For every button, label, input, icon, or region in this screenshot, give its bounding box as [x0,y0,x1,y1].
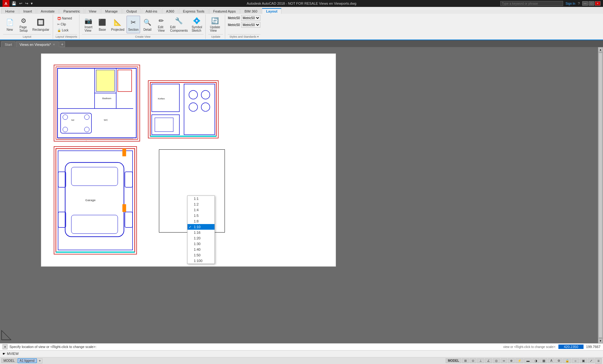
status-otrack[interactable]: ∞ [501,358,507,363]
svg-point-10 [84,127,90,132]
lock-btn[interactable]: 🔒 Lock [56,28,73,33]
edit-view-btn[interactable]: ✏ EditView [155,16,168,33]
scale-option-1-1[interactable]: 1:1 [187,196,215,201]
scale-option-1-2[interactable]: 1:2 [187,201,215,207]
restore-btn[interactable]: □ [589,1,594,6]
search-input[interactable] [500,1,563,6]
status-sel[interactable]: ▦ [540,358,547,363]
tab-express[interactable]: Express Tools [179,8,209,14]
status-isolate[interactable]: ☼ [572,358,579,363]
viewport-2[interactable]: Keflen [148,80,219,138]
status-customize[interactable]: ≡ [595,358,602,364]
tab-start[interactable]: Start [1,41,15,47]
new-layout-btn[interactable]: + [37,358,42,363]
cmd-input-field[interactable] [7,352,133,356]
style-dropdown-2[interactable]: Metric50 Metric50 [228,22,260,28]
new-btn[interactable]: 📄 New [3,16,16,33]
status-workspace[interactable]: ⚙ [555,358,562,363]
tab-parametric[interactable]: Parametric [59,8,84,14]
status-graphics[interactable]: ▣ [580,358,587,363]
scale-option-1-20[interactable]: 1:20 [187,235,215,241]
canvas[interactable]: bd WC Badkam dimension [0,47,603,357]
page-setup-btn[interactable]: ⚙ PageSetup [17,16,30,33]
viewport-1[interactable]: bd WC Badkam dimension [54,65,140,142]
tab-layout[interactable]: Layout [262,8,281,14]
status-transparency[interactable]: ◑ [532,358,540,363]
tab-home[interactable]: Home [1,8,19,14]
projected-btn[interactable]: 📐 Projected [110,16,126,33]
a1-liggend-tab[interactable]: A1 liggend [18,358,37,363]
symbol-sketch-btn[interactable]: 💠 SymbolSketch [190,16,204,33]
scale-option-1-4[interactable]: 1:4 [187,207,215,213]
cmd-close-btn[interactable]: ✕ [3,344,8,349]
update-view-btn[interactable]: 🔄 UpdateView [208,16,221,33]
status-lw[interactable]: ▬ [524,358,532,363]
status-ortho[interactable]: ⊥ [477,358,484,363]
status-anno[interactable]: A [548,358,555,363]
clip-btn[interactable]: ✂ Clip [56,22,73,27]
svg-rect-28 [150,136,216,137]
new-tab-btn[interactable]: + [59,41,65,47]
sign-in-btn[interactable]: Sign In [566,2,575,5]
status-ducs[interactable]: ⊕ [508,358,515,363]
qa-more[interactable]: ▾ [30,1,34,6]
tab-views-viewports[interactable]: Views en Viewports* ✕ [16,41,59,47]
tab-bim360[interactable]: BIM 360 [240,8,261,14]
scroll-down-btn[interactable]: ▼ [598,338,603,343]
tab-addins[interactable]: Add-ins [142,8,161,14]
status-polar[interactable]: ∠ [485,358,492,363]
scale-option-1-30[interactable]: 1:30 [187,241,215,247]
scroll-up-btn[interactable]: ▲ [598,47,603,52]
qa-undo[interactable]: ↩ [18,1,23,6]
projected-icon: 📐 [113,17,123,27]
close-btn[interactable]: ✕ [595,1,600,6]
qa-redo[interactable]: ↪ [24,1,29,6]
scale-option-1-10[interactable]: ✓1:10 [187,224,215,230]
tab-featured[interactable]: Featured Apps [209,8,240,14]
right-scrollbar[interactable]: ▲ ▼ [598,47,603,343]
status-lock-ui[interactable]: 🔒 [563,358,571,363]
status-dyn[interactable]: ⚡ [515,358,524,363]
section-btn[interactable]: ✂ Section [127,16,140,33]
info-icon[interactable]: ? [578,2,580,5]
base-btn[interactable]: ⬛ Base [96,16,109,33]
minimize-btn[interactable]: — [582,1,588,6]
scale-option-1-40[interactable]: 1:40 [187,247,215,252]
metric-select-1[interactable]: Metric50 [241,15,260,21]
insert-view-btn[interactable]: 📷 InsertView [82,16,95,33]
scroll-thumb[interactable] [599,53,602,338]
svg-text:WC: WC [104,119,108,121]
edit-components-btn[interactable]: 🔧 EditComponents [168,16,189,33]
model-tab[interactable]: MODEL [1,358,17,363]
status-grid[interactable]: ⊞ [462,358,469,363]
tab-close-icon[interactable]: ✕ [53,43,55,46]
qa-save[interactable]: 💾 [11,1,17,6]
ribbon-tabs: Home Insert Annotate Parametric View Man… [0,7,603,14]
model-status-btn[interactable]: MODEL [446,358,461,363]
rectangular-btn[interactable]: 🔲 Rectangular [31,16,51,33]
new-icon: 📄 [5,17,15,27]
scale-option-1-100[interactable]: 1:100 [187,258,215,264]
tab-insert[interactable]: Insert [19,8,36,14]
scale-option-1-5[interactable]: 1:5 [187,213,215,218]
drawing-area: bd WC Badkam dimension [41,53,336,267]
ribbon-group-styles: Metric50 Metric50 Metric50 Metric50 Styl… [226,14,262,39]
tab-a360[interactable]: A360 [162,8,178,14]
named-btn[interactable]: 📛 Named [56,16,73,21]
detail-btn[interactable]: 🔍 Detail [141,16,154,33]
app-menu-btn[interactable]: A [3,0,9,7]
tab-manage[interactable]: Manage [101,8,122,14]
scale-option-1-50[interactable]: 1:50 [187,252,215,258]
scale-option-1-8[interactable]: 1:8 [187,218,215,224]
style-dropdown-1[interactable]: Metric50 Metric50 [228,15,260,21]
tab-view[interactable]: View [85,8,100,14]
tab-output[interactable]: Output [122,8,141,14]
scale-option-1-16[interactable]: 1:16 [187,230,215,235]
status-snap[interactable]: ⊙ [470,358,476,363]
tab-annotate[interactable]: Annotate [37,8,59,14]
status-fullscreen[interactable]: ⤢ [588,358,595,363]
metric-select-2[interactable]: Metric50 [241,22,260,28]
viewport-3[interactable]: Garage [54,146,137,254]
status-osnap[interactable]: ◎ [493,358,500,363]
check-icon: ✓ [189,225,192,229]
